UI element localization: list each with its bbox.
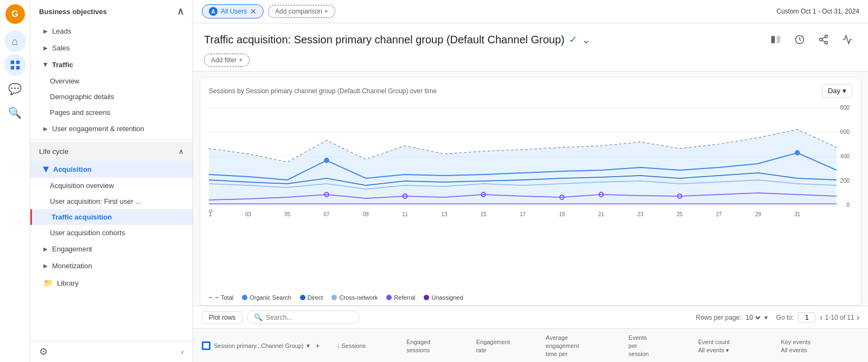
organic-search-peak — [324, 158, 329, 163]
arrow-right-icon: ▶ — [43, 28, 48, 34]
legend-direct[interactable]: Direct — [300, 294, 323, 301]
add-comparison-label: Add comparison — [275, 8, 322, 15]
chart-legend: Total Organic Search Direct Cross-networ… — [200, 291, 861, 305]
sidebar-item-traffic[interactable]: ▶ Traffic — [30, 56, 193, 73]
next-page-button[interactable]: › — [857, 313, 859, 322]
collapse-icon[interactable]: ‹ — [181, 347, 184, 356]
svg-text:05: 05 — [284, 211, 290, 217]
events-per-session-label: Eventspersession — [629, 334, 649, 357]
compare-icon[interactable] — [766, 30, 786, 49]
legend-total[interactable]: Total — [209, 294, 233, 301]
arrow-right-icon: ▶ — [43, 45, 48, 51]
reports-icon[interactable] — [4, 54, 26, 76]
search-icon: 🔍 — [254, 313, 263, 321]
chip-close-icon[interactable]: ✕ — [250, 7, 257, 16]
rows-per-page-control: Rows per page: 10 25 50 ▾ — [696, 313, 768, 322]
svg-text:15: 15 — [481, 211, 487, 217]
sidebar-item-library[interactable]: 📁 Library — [30, 274, 193, 292]
legend-cross-label: Cross-network — [339, 294, 378, 301]
svg-text:07: 07 — [324, 211, 330, 217]
settings-icon[interactable]: ⚙ — [39, 346, 48, 358]
events-per-session-col-header[interactable]: Eventspersession — [629, 333, 694, 358]
add-filter-button[interactable]: Add filter + — [204, 54, 250, 67]
svg-line-11 — [822, 37, 825, 38]
plot-rows-button[interactable]: Plot rows — [202, 311, 242, 324]
organic-search-peak2 — [795, 150, 800, 156]
legend-referral[interactable]: Referral — [386, 294, 415, 301]
day-selector-label: Day — [828, 87, 840, 95]
sidebar-traffic-label: Traffic — [52, 61, 73, 69]
day-selector[interactable]: Day ▾ — [822, 84, 852, 98]
svg-text:03: 03 — [245, 211, 251, 217]
prev-page-button[interactable]: ‹ — [820, 313, 822, 322]
sidebar-item-acquisition[interactable]: ▶ Acquisition — [30, 161, 193, 178]
table-bar-left: Plot rows 🔍 — [202, 311, 360, 324]
svg-text:19: 19 — [559, 211, 565, 217]
sidebar-sub-traffic-acquisition[interactable]: Traffic acquisition — [30, 209, 193, 225]
sidebar-sub-pages[interactable]: Pages and screens — [30, 105, 193, 120]
svg-text:27: 27 — [716, 211, 722, 217]
rows-per-page-select[interactable]: 10 25 50 — [744, 313, 762, 322]
engaged-sessions-col-header[interactable]: Engagedsessions — [406, 338, 471, 354]
svg-point-8 — [820, 38, 822, 41]
share-icon[interactable] — [814, 30, 833, 49]
sidebar-user-acq-cohorts-label: User acquisition cohorts — [50, 229, 125, 237]
add-comparison-button[interactable]: Add comparison + — [268, 5, 335, 18]
chart-area-fill — [209, 130, 837, 205]
sidebar-item-monetization[interactable]: ▶ Monetization — [30, 257, 193, 274]
legend-cross-network[interactable]: Cross-network — [331, 294, 378, 301]
col-dropdown-icon[interactable]: ▾ — [307, 342, 310, 350]
legend-organic-search[interactable]: Organic Search — [242, 294, 291, 301]
sidebar-item-engagement[interactable]: ▶ Engagement — [30, 241, 193, 257]
goto-label: Go to: — [776, 314, 794, 321]
sidebar-sub-overview[interactable]: Overview — [30, 73, 193, 89]
channel-chip[interactable] — [202, 341, 210, 350]
report-title: Traffic acquisition: Session primary cha… — [204, 33, 591, 46]
event-count-col-header[interactable]: Event countAll events ▾ — [698, 338, 777, 354]
search-icon[interactable]: 🔍 — [4, 102, 26, 124]
sidebar-item-leads[interactable]: ▶ Leads — [30, 23, 193, 40]
engagement-rate-col-header[interactable]: Engagementrate — [476, 338, 541, 354]
arrow-right-icon: ▶ — [43, 126, 48, 132]
home-icon[interactable]: ⌂ — [4, 30, 26, 52]
sidebar-sub-acquisition-overview[interactable]: Acquisition overview — [30, 178, 193, 193]
sidebar-item-user-engagement[interactable]: ▶ User engagement & retention — [30, 120, 193, 137]
chart-svg: 800 600 400 200 0 — [209, 100, 852, 219]
page-range-label: 1-10 of 11 — [825, 314, 854, 321]
sidebar-item-sales[interactable]: ▶ Sales — [30, 40, 193, 56]
goto-input[interactable] — [798, 312, 815, 323]
insights-icon[interactable] — [790, 30, 809, 49]
table-header: Session primary...Channel Group) ▾ + ↓ S… — [193, 328, 868, 362]
business-objectives-section[interactable]: Business objectives ∧ — [30, 0, 193, 23]
search-input[interactable] — [266, 314, 353, 321]
lifecycle-section[interactable]: Life cycle ∧ — [30, 142, 193, 161]
add-filter-label: Add filter — [211, 56, 237, 64]
sidebar-sub-user-acq-cohorts[interactable]: User acquisition cohorts — [30, 225, 193, 241]
chevron-down-icon: ▾ — [843, 87, 846, 95]
legend-unassigned[interactable]: Unassigned — [424, 294, 463, 301]
customize-icon[interactable] — [838, 30, 857, 49]
table-bar-right: Rows per page: 10 25 50 ▾ Go to: ‹ 1-10 … — [696, 312, 859, 323]
chat-icon[interactable]: 💬 — [4, 78, 26, 100]
sessions-col-header[interactable]: ↓ Sessions — [337, 341, 402, 350]
sidebar-traffic-acq-label: Traffic acquisition — [52, 213, 112, 221]
avg-engagement-col-header[interactable]: Averageengagementtime per — [546, 333, 624, 358]
dropdown-icon[interactable]: ⌄ — [582, 33, 591, 46]
legend-unassigned-label: Unassigned — [431, 294, 463, 301]
avg-engagement-label: Averageengagementtime per — [546, 334, 579, 357]
arrow-right-icon: ▶ — [43, 246, 48, 252]
sidebar-sub-demographic[interactable]: Demographic details — [30, 89, 193, 105]
col-add-icon[interactable]: + — [315, 341, 320, 350]
sidebar-sub-user-acquisition[interactable]: User acquisition: First user ... — [30, 193, 193, 209]
report-title-row: Traffic acquisition: Session primary cha… — [204, 30, 857, 49]
date-range[interactable]: Oct 1 - Oct 31, 2024 — [801, 8, 859, 15]
svg-text:17: 17 — [520, 211, 526, 217]
top-bar-right: Custom Oct 1 - Oct 31, 2024 — [776, 8, 859, 15]
chart-svg-area: 800 600 400 200 0 — [200, 100, 861, 291]
svg-text:13: 13 — [442, 211, 448, 217]
all-users-chip[interactable]: A All Users ✕ — [202, 4, 264, 18]
arrow-down-icon: ▶ — [43, 63, 49, 67]
svg-point-9 — [825, 41, 828, 44]
legend-cross-dot — [331, 295, 337, 300]
key-events-col-header[interactable]: Key eventsAll events — [781, 338, 860, 354]
